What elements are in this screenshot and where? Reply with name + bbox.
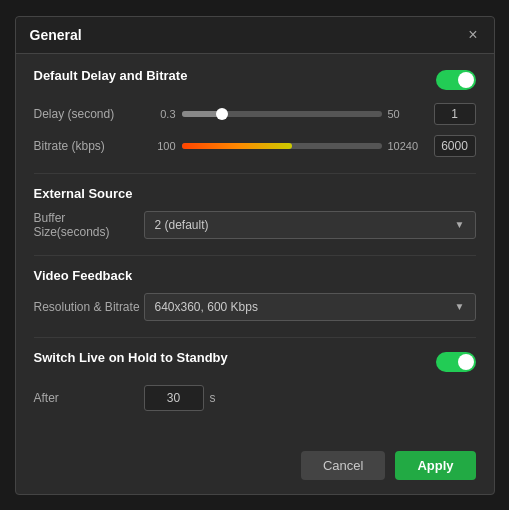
general-modal: General × Default Delay and Bitrate Dela…	[15, 16, 495, 495]
resolution-bitrate-row: Resolution & Bitrate 640x360, 600 Kbps ▼	[34, 293, 476, 321]
buffer-size-row: Buffer Size(seconds) 2 (default) ▼	[34, 211, 476, 239]
resolution-bitrate-arrow: ▼	[455, 301, 465, 312]
delay-label: Delay (second)	[34, 107, 144, 121]
bitrate-row: Bitrate (kbps) 100 10240 6000	[34, 135, 476, 157]
external-source-title: External Source	[34, 186, 476, 201]
apply-button[interactable]: Apply	[395, 451, 475, 480]
delay-slider[interactable]	[182, 111, 382, 117]
after-input[interactable]	[144, 385, 204, 411]
switch-live-toggle[interactable]	[436, 352, 476, 372]
after-row: After s	[34, 385, 476, 411]
resolution-bitrate-label: Resolution & Bitrate	[34, 300, 144, 314]
delay-bitrate-header: Default Delay and Bitrate	[34, 68, 476, 93]
buffer-size-label: Buffer Size(seconds)	[34, 211, 144, 239]
delay-min: 0.3	[144, 108, 176, 120]
resolution-bitrate-selected: 640x360, 600 Kbps	[155, 300, 258, 314]
bitrate-max: 10240	[388, 140, 426, 152]
modal-header: General ×	[16, 17, 494, 54]
bitrate-min: 100	[144, 140, 176, 152]
buffer-size-arrow: ▼	[455, 219, 465, 230]
delay-bitrate-toggle-knob	[458, 72, 474, 88]
divider-2	[34, 255, 476, 256]
delay-max: 50	[388, 108, 426, 120]
buffer-size-selected: 2 (default)	[155, 218, 209, 232]
delay-bitrate-section: Default Delay and Bitrate Delay (second)…	[34, 68, 476, 157]
delay-slider-thumb	[216, 108, 228, 120]
switch-live-header: Switch Live on Hold to Standby	[34, 350, 476, 375]
resolution-bitrate-dropdown[interactable]: 640x360, 600 Kbps ▼	[144, 293, 476, 321]
after-label: After	[34, 391, 144, 405]
buffer-size-dropdown[interactable]: 2 (default) ▼	[144, 211, 476, 239]
divider-3	[34, 337, 476, 338]
delay-row: Delay (second) 0.3 50 1	[34, 103, 476, 125]
bitrate-label: Bitrate (kbps)	[34, 139, 144, 153]
delay-bitrate-title: Default Delay and Bitrate	[34, 68, 188, 83]
video-feedback-section: Video Feedback Resolution & Bitrate 640x…	[34, 268, 476, 321]
bitrate-slider[interactable]	[182, 143, 382, 149]
bitrate-value[interactable]: 6000	[434, 135, 476, 157]
switch-live-title: Switch Live on Hold to Standby	[34, 350, 228, 365]
cancel-button[interactable]: Cancel	[301, 451, 385, 480]
modal-body: Default Delay and Bitrate Delay (second)…	[16, 54, 494, 441]
external-source-section: External Source Buffer Size(seconds) 2 (…	[34, 186, 476, 239]
bitrate-slider-fill	[182, 143, 292, 149]
switch-live-section: Switch Live on Hold to Standby After s	[34, 350, 476, 411]
delay-slider-fill	[182, 111, 222, 117]
delay-bitrate-toggle[interactable]	[436, 70, 476, 90]
divider-1	[34, 173, 476, 174]
close-button[interactable]: ×	[466, 27, 479, 43]
after-unit: s	[210, 391, 216, 405]
video-feedback-title: Video Feedback	[34, 268, 476, 283]
modal-title: General	[30, 27, 82, 43]
delay-value[interactable]: 1	[434, 103, 476, 125]
switch-live-toggle-knob	[458, 354, 474, 370]
modal-footer: Cancel Apply	[16, 441, 494, 494]
